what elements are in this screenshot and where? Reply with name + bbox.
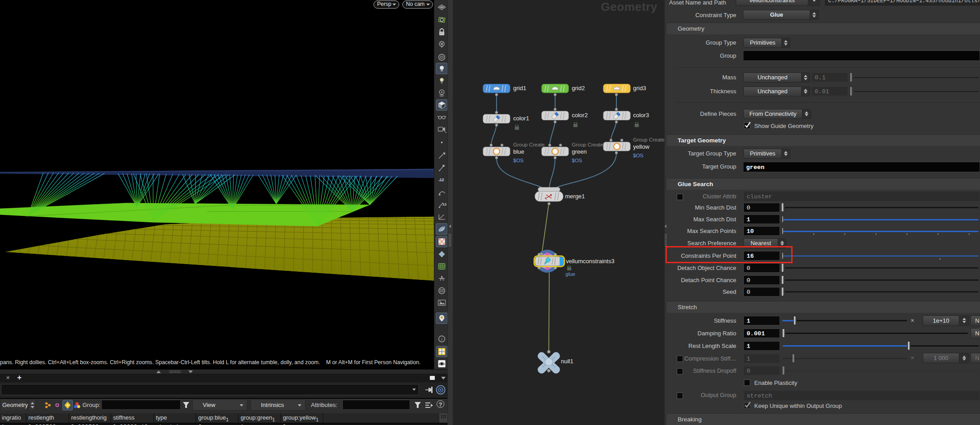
svg-text:12: 12 bbox=[442, 202, 447, 206]
svg-text:12: 12 bbox=[440, 178, 444, 182]
svg-text:i: i bbox=[441, 337, 442, 342]
